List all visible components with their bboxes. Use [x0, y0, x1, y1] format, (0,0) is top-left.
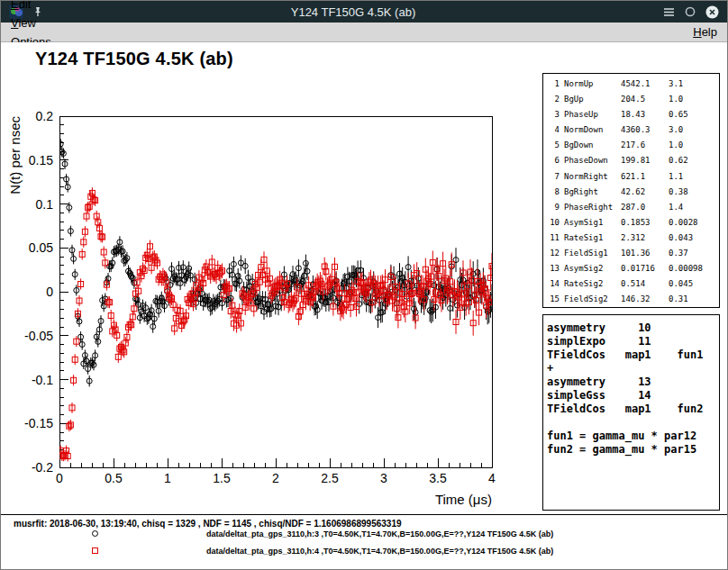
parameter-row: 4NormDown4360.33.0 — [547, 122, 715, 138]
svg-text:0.2: 0.2 — [36, 109, 54, 123]
parameter-pval: 18.43 — [621, 107, 664, 122]
parameter-pname: RateSig1 — [564, 231, 616, 246]
parameter-row: 5BgDown217.61.0 — [547, 138, 715, 153]
svg-text:0.15: 0.15 — [29, 153, 53, 167]
parameter-pname: PhaseUp — [564, 107, 616, 122]
shade-icon[interactable] — [683, 5, 697, 19]
parameter-pval: 204.5 — [621, 92, 664, 107]
svg-text:N(t) per nsec: N(t) per nsec — [7, 116, 23, 195]
parameter-pval: 287.0 — [621, 200, 664, 215]
parameter-idx: 10 — [547, 215, 560, 231]
square-marker-icon — [92, 547, 98, 554]
parameter-perr: 0.65 — [669, 107, 715, 122]
parameter-row: 6PhaseDown199.810.62 — [547, 153, 715, 168]
parameter-box: 1NormUp4542.13.12BgUp204.51.03PhaseUp18.… — [542, 73, 720, 308]
parameter-perr: 0.043 — [669, 231, 715, 246]
parameter-pval: 101.36 — [621, 246, 664, 261]
theory-line: TFieldCos map1 fun1 — [547, 348, 715, 362]
parameter-pname: RateSig2 — [564, 276, 616, 292]
theory-line: simplExpo 11 — [547, 335, 715, 348]
parameter-row: 1NormUp4542.13.1 — [547, 77, 715, 92]
parameter-pname: PhaseDown — [564, 153, 616, 168]
parameter-pname: NormRight — [564, 169, 616, 185]
parameter-row: 7NormRight621.11.1 — [547, 169, 715, 185]
close-icon[interactable] — [705, 5, 719, 19]
svg-text:2: 2 — [272, 471, 279, 485]
theory-line — [547, 416, 715, 430]
parameter-perr: 1.1 — [669, 169, 715, 185]
theory-line: fun2 = gamma_mu * par15 — [547, 443, 715, 457]
parameter-idx: 5 — [547, 138, 560, 153]
parameter-pval: 0.1853 — [621, 215, 664, 231]
parameter-idx: 4 — [547, 122, 560, 138]
theory-line: fun1 = gamma_mu * par12 — [547, 430, 715, 443]
parameter-row: 12FieldSig1101.360.37 — [547, 246, 715, 261]
theory-line: asymmetry 10 — [547, 321, 715, 335]
parameter-row: 11RateSig12.3120.043 — [547, 231, 715, 246]
window-menu-icon[interactable] — [661, 5, 676, 19]
parameter-perr: 0.31 — [669, 292, 715, 307]
parameter-pval: 4360.3 — [621, 122, 664, 138]
parameter-row: 10AsymSig10.18530.0028 — [547, 215, 715, 231]
parameter-idx: 6 — [547, 153, 560, 168]
parameter-perr: 0.38 — [669, 185, 715, 200]
svg-text:-0.2: -0.2 — [32, 460, 53, 475]
parameter-row: 15FieldSig2146.320.31 — [547, 292, 715, 307]
theory-line: TFieldCos map1 fun2 — [547, 403, 715, 416]
svg-text:1: 1 — [164, 471, 171, 485]
parameter-pname: NormUp — [564, 77, 616, 92]
parameter-pval: 0.01716 — [621, 261, 664, 276]
circle-marker-icon — [92, 530, 98, 537]
parameter-perr: 1.0 — [669, 138, 715, 153]
theory-line: + — [547, 362, 715, 375]
theory-box: asymmetry 10simplExpo 11TFieldCos map1 f… — [542, 314, 720, 511]
parameter-pname: AsymSig1 — [564, 215, 616, 231]
parameter-pname: BgDown — [564, 138, 616, 153]
parameter-idx: 12 — [547, 246, 560, 261]
parameter-row: 9PhaseRight287.01.4 — [547, 200, 715, 215]
svg-text:0.1: 0.1 — [36, 197, 54, 212]
legend-entry: data/deltat_pta_gps_3110,h:3 ,T0=4.50K,T… — [1, 529, 727, 542]
svg-text:4: 4 — [488, 471, 496, 485]
parameter-pname: BgRight — [564, 185, 616, 200]
plot-canvas[interactable]: 0.20.150.10.050-0.05-0.1-0.15-0.200.511.… — [1, 75, 541, 514]
parameter-idx: 14 — [547, 276, 560, 292]
parameter-pval: 146.32 — [621, 292, 664, 307]
menu-edit[interactable]: Edit — [4, 0, 59, 14]
parameter-perr: 0.62 — [669, 153, 715, 168]
parameter-perr: 3.1 — [669, 77, 715, 92]
parameter-pval: 42.62 — [621, 185, 664, 200]
parameter-idx: 15 — [547, 292, 560, 307]
parameter-idx: 13 — [547, 261, 560, 276]
parameter-pname: AsymSig2 — [564, 261, 616, 276]
legend-text: data/deltat_pta_gps_3110,h:3 ,T0=4.50K,T… — [206, 529, 553, 538]
svg-text:3.5: 3.5 — [429, 471, 447, 485]
title-bar: Y124 TF150G 4.5K (ab) — [1, 1, 727, 23]
parameter-perr: 0.0028 — [669, 215, 715, 231]
window-title: Y124 TF150G 4.5K (ab) — [52, 5, 654, 19]
svg-text:-0.05: -0.05 — [24, 329, 53, 343]
parameter-perr: 1.4 — [669, 200, 715, 215]
info-pad: musrfit: 2018-06-30, 13:19:40, chisq = 1… — [1, 514, 727, 569]
parameter-pname: NormDown — [564, 122, 616, 138]
parameter-perr: 1.0 — [669, 92, 715, 107]
parameter-pval: 621.1 — [621, 169, 664, 185]
svg-text:1.5: 1.5 — [213, 471, 231, 485]
parameter-idx: 8 — [547, 185, 560, 200]
root-canvas: Y124 TF150G 4.5K (ab) 0.20.150.10.050-0.… — [1, 42, 727, 569]
svg-text:0: 0 — [46, 285, 53, 299]
parameter-idx: 9 — [547, 200, 560, 215]
parameter-pval: 217.6 — [621, 138, 664, 153]
parameter-pval: 0.514 — [621, 276, 664, 292]
parameter-perr: 0.37 — [669, 246, 715, 261]
menu-view[interactable]: View — [4, 14, 59, 32]
menu-bar-right: Help — [686, 23, 724, 41]
parameter-pval: 4542.1 — [621, 77, 664, 92]
parameter-row: 8BgRight42.620.38 — [547, 185, 715, 200]
parameter-row: 13AsymSig20.017160.00098 — [547, 261, 715, 276]
parameter-row: 14RateSig20.5140.045 — [547, 276, 715, 292]
fit-info: musrfit: 2018-06-30, 13:19:40, chisq = 1… — [14, 519, 402, 529]
menu-help[interactable]: Help — [686, 23, 724, 41]
parameter-idx: 3 — [547, 107, 560, 122]
svg-text:2.5: 2.5 — [321, 471, 339, 485]
